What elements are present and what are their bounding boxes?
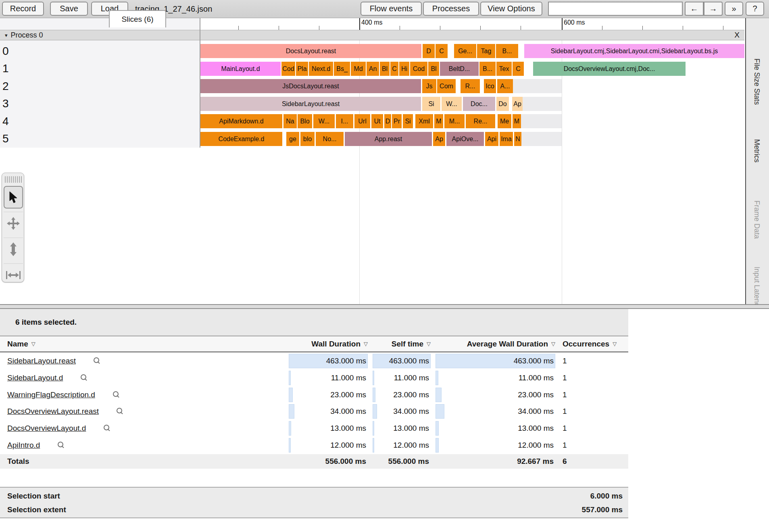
flame-slice[interactable]: CodeExample.d [200,132,282,146]
palette-grip-icon[interactable] [5,176,22,183]
flame-slice[interactable]: C [436,44,448,58]
find-previous-button[interactable]: ← [685,2,704,16]
tab-file-size-stats[interactable]: File Size Stats [752,58,761,105]
flame-slice[interactable]: Com [437,79,456,93]
column-header-self-time[interactable]: Self time▽ [373,336,431,351]
slice-name-link[interactable]: SidebarLayout.reast [7,357,76,365]
flame-slice[interactable]: ge [286,132,299,146]
column-header-average-wall-duration[interactable]: Average Wall Duration▽ [436,336,555,351]
flame-slice[interactable]: SidebarLayout.reast [200,97,421,111]
flame-slice[interactable]: D [384,114,391,128]
help-button[interactable]: ? [746,2,764,16]
flame-slice[interactable]: W... [313,114,335,128]
flame-slice[interactable]: Bs_ [334,62,350,76]
horizontal-splitter[interactable] [0,304,769,309]
flame-slice[interactable]: Tex [496,62,512,76]
flame-slice[interactable]: Ima [500,132,513,146]
flame-slice[interactable]: Api [485,132,498,146]
column-header-wall-duration[interactable]: Wall Duration▽ [289,336,368,351]
magnifier-icon[interactable] [93,357,100,365]
flame-slice[interactable]: A... [497,79,513,93]
flame-slice[interactable]: Ge... [454,44,476,58]
flame-slice[interactable]: Ap [512,97,523,111]
tab-metrics[interactable]: Metrics [752,139,761,163]
flame-slice[interactable]: B... [479,62,496,76]
slice-name-link[interactable]: ApiIntro.d [7,441,40,450]
flame-slice[interactable]: Xml [415,114,433,128]
collapse-caret-icon[interactable]: ▾ [5,32,8,38]
more-options-button[interactable]: » [725,2,743,16]
flame-slice[interactable]: Si [422,97,440,111]
flame-slice[interactable]: No... [316,132,344,146]
flame-slice[interactable]: B... [496,44,518,58]
flame-slice[interactable]: Do [496,97,509,111]
selection-tool-button[interactable] [4,186,23,209]
flame-slice[interactable]: App.reast [345,132,432,146]
flame-slice[interactable]: An [367,62,379,76]
flame-slice[interactable]: W... [442,97,462,111]
flame-slice[interactable]: Cod [410,62,427,76]
find-next-button[interactable]: → [704,2,723,16]
flame-slice[interactable]: JsDocsLayout.reast [200,79,421,93]
flame-slice[interactable]: Tag [477,44,495,58]
flame-slice[interactable]: SidebarLayout.cmj,SidebarLayout.cmi,Side… [524,44,744,58]
flame-slice[interactable]: DocsOverviewLayout.cmj,Doc... [533,62,686,76]
processes-button[interactable]: Processes [423,2,479,16]
view-options-button[interactable]: View Options [480,2,542,16]
flame-slice[interactable]: Url [354,114,370,128]
flame-slice[interactable]: R... [461,79,480,93]
flame-slice[interactable]: M... [444,114,465,128]
flame-slice[interactable]: Hi [399,62,409,76]
flame-slice[interactable]: Ap [433,132,445,146]
slice-name-link[interactable]: SidebarLayout.d [7,373,63,382]
timing-tool-button[interactable] [4,263,23,286]
slice-name-link[interactable]: DocsOverviewLayout.reast [7,407,99,416]
pan-tool-button[interactable] [4,212,23,234]
flame-slice[interactable]: I... [336,114,353,128]
flame-slice[interactable]: Ut [371,114,383,128]
slice-name-link[interactable]: DocsOverviewLayout.d [7,424,86,433]
flame-slice[interactable]: blo [300,132,315,146]
flame-slice[interactable]: Bl [428,62,439,76]
save-button[interactable]: Save [50,2,88,16]
magnifier-icon[interactable] [103,425,110,432]
search-input[interactable] [548,2,683,16]
flame-slice[interactable]: MainLayout.d [200,62,281,76]
zoom-tool-button[interactable] [4,238,23,260]
flame-slice[interactable]: Re... [466,114,495,128]
magnifier-icon[interactable] [57,442,64,449]
slice-name-link[interactable]: WarningFlagDescription.d [7,390,95,399]
flame-slice[interactable]: BeltD... [440,62,479,76]
flame-slice[interactable]: Na [283,114,297,128]
magnifier-icon[interactable] [80,374,87,382]
flame-slice[interactable]: Next.d [309,62,333,76]
flame-slice[interactable]: C [513,62,524,76]
flame-slice[interactable]: M [513,114,521,128]
flame-slice[interactable]: Si [403,114,413,128]
flame-slice[interactable]: Pla [296,62,308,76]
process-header[interactable]: ▾ Process 0 X [0,30,744,40]
flame-slice[interactable]: Ico [484,79,496,93]
column-header-name[interactable]: Name▽ [7,336,88,351]
flame-slice[interactable]: Blo [298,114,312,128]
flame-slice[interactable]: Js [422,79,436,93]
flame-slice[interactable]: Cod [281,62,295,76]
flame-slice[interactable]: ApiMarkdown.d [200,114,282,128]
flame-slice[interactable]: M [434,114,443,128]
flow-events-button[interactable]: Flow events [361,2,422,16]
flame-slice[interactable]: Pr [392,114,402,128]
close-track-button[interactable]: X [734,30,740,40]
flame-slice[interactable]: ApiOve... [446,132,484,146]
flame-slice[interactable]: Bl [380,62,390,76]
record-button[interactable]: Record [2,2,44,16]
flame-slice[interactable]: Me [498,114,511,128]
flame-slice[interactable]: C [390,62,398,76]
flame-slice[interactable]: N [514,132,521,146]
tab-slices[interactable]: Slices (6) [109,10,166,27]
magnifier-icon[interactable] [116,408,123,415]
flame-slice[interactable]: Md [351,62,366,76]
column-header-occurrences[interactable]: Occurrences▽ [563,336,631,351]
flame-slice[interactable]: DocsLayout.reast [200,44,421,58]
flame-slice[interactable]: Doc... [463,97,495,111]
magnifier-icon[interactable] [112,391,119,398]
